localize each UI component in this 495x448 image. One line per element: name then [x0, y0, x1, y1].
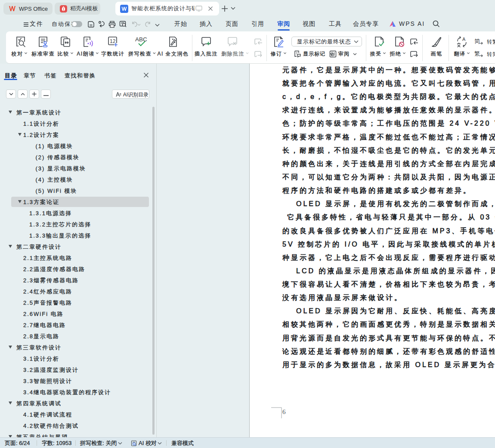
svg-text:ABC: ABC — [135, 36, 147, 43]
svg-text:12: 12 — [110, 38, 116, 44]
svg-text:A: A — [462, 37, 466, 42]
